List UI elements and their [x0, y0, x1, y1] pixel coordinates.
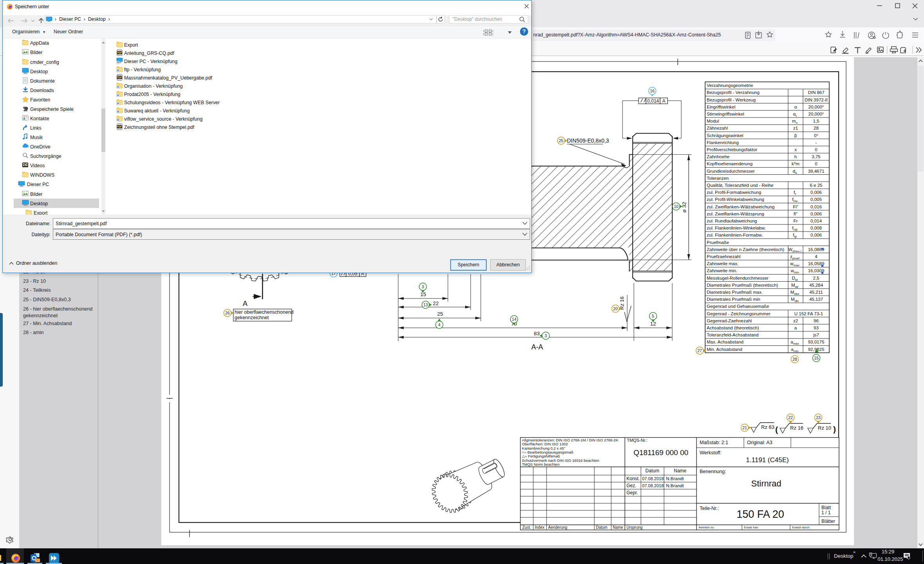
svg-text:Desktop: Desktop: [30, 201, 48, 206]
svg-text:Links: Links: [30, 125, 42, 131]
svg-text:DIN 3972-II: DIN 3972-II: [805, 98, 828, 102]
svg-text:Anleitung_GRS-CQ.pdf: Anleitung_GRS-CQ.pdf: [124, 51, 174, 56]
svg-text:Kontakte: Kontakte: [30, 116, 49, 121]
svg-text:Stirnrad: Stirnrad: [751, 479, 781, 488]
svg-text:Achsabstand (theoretisch): Achsabstand (theoretisch): [707, 325, 759, 330]
svg-text:α: α: [794, 105, 797, 109]
svg-text:Pruefmaße: Pruefmaße: [707, 240, 729, 245]
svg-text:A: A: [243, 300, 247, 307]
svg-text:0,006: 0,006: [810, 233, 822, 237]
svg-text:PDF: PDF: [117, 51, 122, 54]
svg-text:Verzahnungsgeometrie: Verzahnungsgeometrie: [707, 83, 753, 88]
svg-text:Messkugel-Rollendurchmesser: Messkugel-Rollendurchmesser: [707, 276, 769, 280]
svg-text:0°: 0°: [814, 133, 818, 138]
svg-text:Original: A3: Original: A3: [747, 440, 772, 445]
svg-text:Musik: Musik: [30, 135, 43, 140]
svg-text:z1: z1: [793, 126, 798, 130]
svg-text:Profilverschiebungsfaktor: Profilverschiebungsfaktor: [707, 147, 757, 152]
svg-text:Fr: Fr: [794, 219, 798, 223]
svg-text:27: 27: [697, 348, 702, 353]
svg-text:0,016: 0,016: [810, 204, 822, 209]
svg-text:Gez.: Gez.: [626, 483, 636, 488]
svg-text:Datum: Datum: [596, 525, 607, 530]
svg-text:AppData: AppData: [30, 40, 49, 46]
svg-text:20: 20: [613, 306, 618, 311]
svg-text:a: a: [794, 325, 797, 330]
svg-text:N.Brandt: N.Brandt: [666, 483, 684, 488]
svg-text:Dieser PC - Verknüpfung: Dieser PC - Verknüpfung: [124, 59, 177, 64]
svg-text:Gegenrad-Zaehnezahl: Gegenrad-Zaehnezahl: [707, 318, 752, 323]
svg-text:6 e 25: 6 e 25: [810, 183, 823, 188]
svg-text:): ): [833, 425, 836, 434]
svg-text:39,4671: 39,4671: [808, 169, 825, 174]
svg-text:Diametrales Pruefmaß max.: Diametrales Pruefmaß max.: [707, 290, 763, 295]
svg-text:x: x: [794, 147, 797, 152]
svg-text:Stirneingriffswinkel: Stirneingriffswinkel: [707, 112, 744, 116]
svg-text:Downloads: Downloads: [30, 88, 54, 93]
svg-text:Index: Index: [535, 525, 544, 530]
svg-text:3: 3: [422, 284, 424, 289]
svg-text:Ersetzt durch:: Ersetzt durch:: [792, 526, 810, 529]
svg-text:zul. Profil-Winkelabweichung: zul. Profil-Winkelabweichung: [707, 197, 764, 202]
svg-text:(: (: [775, 425, 778, 434]
svg-text:93: 93: [814, 325, 819, 330]
svg-text:h: h: [794, 154, 797, 159]
svg-text:zul. Flankenlinien-Winkelabw.: zul. Flankenlinien-Winkelabw.: [707, 226, 766, 230]
svg-text:26: 26: [225, 311, 230, 315]
svg-text:4: 4: [815, 254, 818, 259]
svg-text:Zust.: Zust.: [522, 525, 531, 530]
svg-text:Export: Export: [124, 42, 138, 48]
svg-text:U 152 FA 73-1: U 152 FA 73-1: [794, 311, 823, 316]
svg-text:Schulungsvideos - Verknüpfung: Schulungsvideos - Verknüpfung WEB Server: [124, 100, 220, 105]
svg-text:Pruefzaehnezahl: Pruefzaehnezahl: [707, 254, 740, 259]
svg-text:Name: Name: [674, 468, 686, 474]
svg-text:Qualität, Toleranzfeld und - R: Qualität, Toleranzfeld und - Reihe: [707, 183, 773, 188]
svg-text:Q181169 000 00: Q181169 000 00: [633, 448, 688, 457]
svg-text:16: 16: [650, 89, 655, 93]
svg-text:0: 0: [815, 161, 817, 166]
svg-text:Min. Achsabstand: Min. Achsabstand: [707, 347, 742, 352]
svg-text:A: A: [662, 98, 665, 104]
svg-text:0,014: 0,014: [810, 219, 822, 223]
svg-text:zul. Flankenlinien-Formabw.: zul. Flankenlinien-Formabw.: [707, 233, 763, 237]
svg-text:2,5: 2,5: [813, 276, 819, 280]
svg-text:Diametrales Pruefmaß (theoreti: Diametrales Pruefmaß (theoretisch): [707, 283, 778, 287]
svg-text:Blatt: Blatt: [821, 505, 831, 510]
svg-text:Maßstab: 2:1: Maßstab: 2:1: [700, 440, 728, 445]
svg-text:45,211: 45,211: [809, 290, 823, 295]
svg-text:Rz 10: Rz 10: [818, 425, 831, 431]
svg-text:hier oberflaechenschonend: hier oberflaechenschonend: [235, 309, 294, 315]
svg-text:Rz 63: Rz 63: [761, 424, 774, 430]
svg-text:Bilder: Bilder: [30, 192, 42, 197]
svg-text:Eingriffswinkel: Eingriffswinkel: [707, 105, 735, 109]
svg-text:Zahnweite min.: Zahnweite min.: [707, 268, 737, 273]
svg-text:fi": fi": [794, 212, 798, 216]
svg-text:DIN 867: DIN 867: [808, 90, 824, 95]
svg-text:⌀ 32: ⌀ 32: [681, 202, 687, 213]
svg-text:ftp - Verknüpfung: ftp - Verknüpfung: [124, 67, 161, 72]
svg-text:OneDrive: OneDrive: [30, 144, 51, 150]
svg-text:14: 14: [512, 317, 516, 322]
svg-text:Grundkreisdurchmesser: Grundkreisdurchmesser: [707, 169, 755, 174]
svg-text:Aenderung: Aenderung: [548, 525, 567, 530]
svg-text:Gepr.: Gepr.: [626, 490, 638, 495]
svg-text:5: 5: [652, 314, 654, 318]
svg-text:45,137: 45,137: [809, 297, 823, 302]
svg-text:gekennzeichnet: gekennzeichnet: [235, 315, 269, 320]
svg-text:Kopfhoehenaenderung: Kopfhoehenaenderung: [707, 161, 753, 166]
svg-text:0,008: 0,008: [810, 226, 822, 230]
svg-text:WINDOWS: WINDOWS: [30, 172, 54, 178]
svg-text:45,284: 45,284: [809, 283, 823, 287]
svg-text:Toleranzfeld-Achsabstand: Toleranzfeld-Achsabstand: [707, 333, 758, 337]
svg-text:Zahnhoehe: Zahnhoehe: [707, 154, 729, 159]
svg-text:Bezugsprofil - Verzahnung: Bezugsprofil - Verzahnung: [707, 90, 760, 95]
svg-text:28: 28: [792, 357, 797, 362]
svg-text:zul. Zweiflanken-Wälzsprung: zul. Zweiflanken-Wälzsprung: [707, 212, 764, 216]
svg-text:Konst.: Konst.: [626, 476, 640, 481]
svg-text:A-A: A-A: [531, 343, 543, 351]
svg-text:Bilder: Bilder: [30, 50, 42, 55]
svg-text:0,006: 0,006: [810, 190, 822, 195]
svg-text:4: 4: [438, 322, 440, 327]
svg-text:Prodat2005 - Verknüpfung: Prodat2005 - Verknüpfung: [124, 92, 180, 97]
svg-text:1.1191 (C45E): 1.1191 (C45E): [746, 456, 789, 464]
